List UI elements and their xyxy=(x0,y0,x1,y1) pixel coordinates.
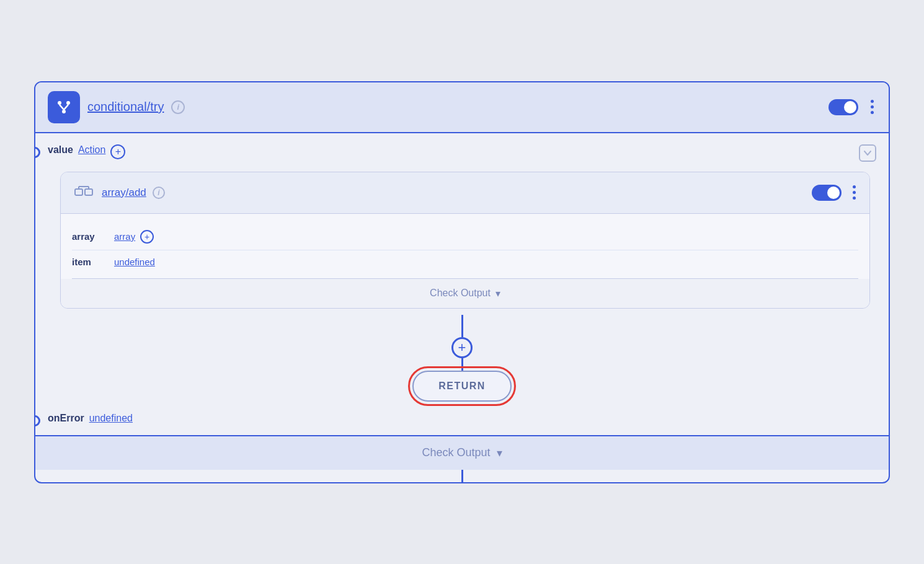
on-error-label: onError xyxy=(48,413,84,424)
inner-header-left: array/add i xyxy=(72,181,165,205)
workflow-icon-box xyxy=(48,91,80,123)
check-output-inner-label: Check Output xyxy=(430,288,491,299)
header-left: conditional/try i xyxy=(48,91,185,123)
inner-card-header: array/add i xyxy=(61,172,869,214)
check-output-footer-label: Check Output xyxy=(422,446,490,459)
param-label-item: item xyxy=(72,257,109,267)
param-label-array: array xyxy=(72,231,109,242)
svg-rect-5 xyxy=(75,189,82,195)
inner-card-title[interactable]: array/add xyxy=(102,187,146,199)
svg-point-2 xyxy=(62,110,66,113)
value-port xyxy=(34,147,40,158)
param-row-item: item undefined xyxy=(72,250,858,273)
param-value-item[interactable]: undefined xyxy=(114,257,155,267)
header: conditional/try i xyxy=(35,82,889,133)
flow-section: + RETURN xyxy=(35,315,889,402)
param-add-array[interactable]: + xyxy=(140,230,154,244)
workflow-icon xyxy=(55,98,73,117)
return-button[interactable]: RETURN xyxy=(412,371,512,402)
param-value-array[interactable]: array xyxy=(114,231,135,242)
bottom-connector xyxy=(461,470,463,482)
collapse-button[interactable] xyxy=(859,144,876,162)
flow-vert-line-mid xyxy=(461,358,463,371)
value-row: value Action + xyxy=(35,133,889,165)
main-container: conditional/try i value Action + xyxy=(34,81,890,483)
flow-add-step-button[interactable]: + xyxy=(451,337,473,358)
header-more-options[interactable] xyxy=(868,97,876,117)
check-output-footer-button[interactable]: Check Output ▾ xyxy=(35,435,889,470)
svg-line-4 xyxy=(64,105,68,110)
flow-vert-line-top xyxy=(461,315,463,337)
check-output-inner-button[interactable]: Check Output ▾ xyxy=(61,279,869,308)
inner-toggle[interactable] xyxy=(812,185,842,201)
svg-line-3 xyxy=(60,105,64,110)
header-title[interactable]: conditional/try xyxy=(87,100,164,114)
check-output-footer-chevron: ▾ xyxy=(497,446,502,460)
svg-point-0 xyxy=(58,101,61,105)
on-error-port xyxy=(34,415,40,426)
action-link[interactable]: Action xyxy=(78,144,105,156)
value-label: value xyxy=(48,144,73,156)
check-output-inner-chevron: ▾ xyxy=(495,288,500,299)
body-area: value Action + xyxy=(35,133,889,435)
param-row-array: array array + xyxy=(72,224,858,250)
inner-card: array/add i array array + xyxy=(60,172,870,309)
inner-info-icon[interactable]: i xyxy=(153,187,165,199)
inner-card-body: array array + item undefined xyxy=(61,214,869,279)
inner-more-options[interactable] xyxy=(850,183,858,202)
header-toggle[interactable] xyxy=(828,99,858,115)
on-error-value[interactable]: undefined xyxy=(89,413,133,424)
on-error-row: onError undefined xyxy=(35,402,889,435)
chevron-down-icon xyxy=(863,149,872,157)
header-info-icon[interactable]: i xyxy=(171,100,185,114)
add-action-button[interactable]: + xyxy=(110,144,125,159)
array-add-icon xyxy=(72,181,96,205)
svg-rect-6 xyxy=(85,189,92,195)
svg-point-1 xyxy=(66,101,70,105)
header-right xyxy=(828,97,876,117)
inner-header-right xyxy=(812,183,858,202)
